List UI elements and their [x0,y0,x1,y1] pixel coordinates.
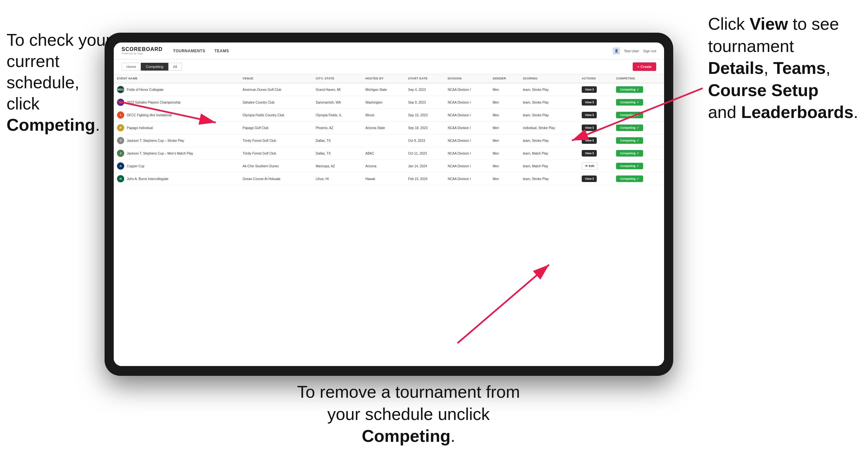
competing-button[interactable]: Competing [616,163,643,169]
start-date-cell: Jan 14, 2024 [405,160,444,173]
competing-cell: Competing [613,96,664,109]
gender-cell: Men [490,83,520,96]
tournaments-table-container: EVENT NAME VENUE CITY, STATE HOSTED BY S… [114,74,664,366]
annotation-right-top-text: Click View to seetournamentDetails, Team… [708,14,858,122]
division-cell: NCAA Division I [444,134,490,147]
gender-cell: Men [490,134,520,147]
user-label: Test User [624,49,639,53]
filter-competing-button[interactable]: Competing [141,63,168,71]
hosted-by-cell: Arizona [362,160,405,173]
competing-cell: Competing [613,160,664,173]
create-button[interactable]: + Create [633,62,656,71]
gender-cell: Men [490,122,520,134]
signout-link[interactable]: Sign out [643,49,656,53]
col-competing: COMPETING [613,74,664,83]
event-name: OFCC Fighting Illini Invitational [127,114,172,117]
city-state-cell: Lihue, HI [312,173,362,185]
filter-home-button[interactable]: Home [122,63,141,71]
division-cell: NCAA Division I [444,109,490,122]
hosted-by-cell: Illinois [362,109,405,122]
view-button[interactable]: View ℹ [582,99,597,105]
view-button[interactable]: View ℹ [582,125,597,131]
competing-button[interactable]: Competing [616,137,643,144]
col-start-date: START DATE [405,74,444,83]
annotation-bottom: To remove a tournament fromyour schedule… [294,381,523,447]
start-date-cell: Sep 9, 2023 [405,96,444,109]
gender-cell: Men [490,109,520,122]
competing-button[interactable]: Competing [616,86,643,93]
city-state-cell: Sammamish, WA [312,96,362,109]
start-date-cell: Oct 11, 2023 [405,147,444,160]
actions-cell: View ℹ [579,147,613,160]
venue-cell: American Dunes Golf Club [239,83,312,96]
filter-all-button[interactable]: All [168,63,182,71]
competing-button[interactable]: Competing [616,99,643,105]
venue-cell: Trinity Forest Golf Club [239,147,312,160]
start-date-cell: Sep 18, 2023 [405,122,444,134]
team-logo: A [117,162,124,169]
tablet-screen: SCOREBOARD Powered by clipp TOURNAMENTS … [114,42,664,366]
city-state-cell: Olympia Fields, IL [312,109,362,122]
edit-button[interactable]: ✏ Edit [582,162,598,169]
hosted-by-cell [362,134,405,147]
col-actions: ACTIONS [579,74,613,83]
hosted-by-cell: Arizona State [362,122,405,134]
event-name: Jackson T. Stephens Cup – Stroke Play [127,139,184,143]
col-venue: VENUE [239,74,312,83]
event-name: John A. Burns Intercollegiate [127,177,168,181]
tablet-device: SCOREBOARD Powered by clipp TOURNAMENTS … [104,33,673,376]
view-button[interactable]: View ℹ [582,150,597,157]
venue-cell: Papago Golf Club [239,122,312,134]
actions-cell: View ℹ [579,109,613,122]
nav-links: TOURNAMENTS TEAMS [173,48,613,55]
actions-cell: View ℹ [579,122,613,134]
competing-button[interactable]: Competing [616,150,643,157]
competing-cell: Competing [613,109,664,122]
division-cell: NCAA Division I [444,122,490,134]
view-button[interactable]: View ℹ [582,137,597,144]
competing-button[interactable]: Competing [616,112,643,118]
city-state-cell: Maricopa, AZ [312,160,362,173]
table-row: A Copper Cup Ak-Chin Southern DunesMaric… [114,160,664,173]
team-logo: H [117,175,124,182]
scoring-cell: team, Stroke Play [520,83,579,96]
division-cell: NCAA Division I [444,83,490,96]
start-date-cell: Feb 15, 2024 [405,173,444,185]
competing-cell: Competing [613,173,664,185]
start-date-cell: Sep 4, 2023 [405,83,444,96]
col-gender: GENDER [490,74,520,83]
event-name-cell: MSU Folds of Honor Collegiate [114,83,239,96]
city-state-cell: Dallas, TX [312,147,362,160]
nav-teams[interactable]: TEAMS [214,48,229,55]
division-cell: NCAA Division I [444,96,490,109]
actions-cell: View ℹ [579,173,613,185]
view-button[interactable]: View ℹ [582,112,597,118]
col-city-state: CITY, STATE [312,74,362,83]
competing-button[interactable]: Competing [616,176,643,182]
view-button[interactable]: View ℹ [582,86,597,93]
division-cell: NCAA Division I [444,160,490,173]
event-name: 2023 Sahalee Players Championship [127,101,181,104]
col-event-name: EVENT NAME [114,74,239,83]
logo-subtitle: Powered by clipp [122,52,163,55]
start-date-cell: Sep 15, 2023 [405,109,444,122]
event-name-cell: J Jackson T. Stephens Cup – Men's Match … [114,147,239,160]
event-name-cell: P Papago Individual [114,122,239,134]
table-row: J Jackson T. Stephens Cup – Men's Match … [114,147,664,160]
event-name-cell: H John A. Burns Intercollegiate [114,173,239,185]
table-row: H John A. Burns Intercollegiate Ocean Co… [114,173,664,185]
col-division: DIVISION [444,74,490,83]
view-button[interactable]: View ℹ [582,176,597,182]
scoring-cell: individual, Stroke Play [520,122,579,134]
competing-button[interactable]: Competing [616,125,643,131]
table-row: J Jackson T. Stephens Cup – Stroke Play … [114,134,664,147]
scoring-cell: team, Stroke Play [520,96,579,109]
table-row: I OFCC Fighting Illini Invitational Olym… [114,109,664,122]
annotation-left: To check yourcurrent schedule,click Comp… [6,29,121,136]
nav-right: 👤 Test User Sign out [613,48,656,55]
division-cell: NCAA Division I [444,173,490,185]
team-logo: J [117,150,124,157]
logo-title: SCOREBOARD [122,47,163,52]
city-state-cell: Phoenix, AZ [312,122,362,134]
nav-tournaments[interactable]: TOURNAMENTS [173,48,206,55]
